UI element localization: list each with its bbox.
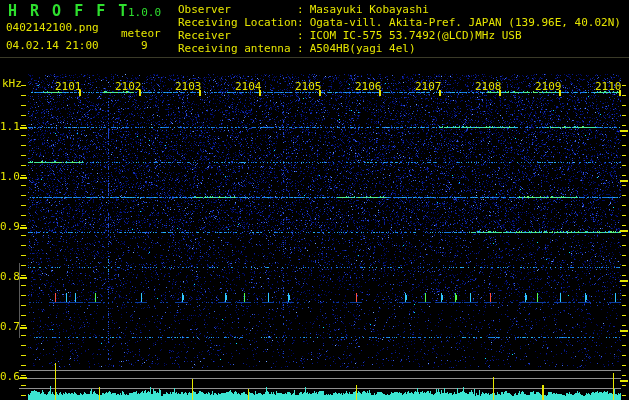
station-info-row: Receiving antenna:A504HB(yagi 4el): [178, 42, 621, 55]
station-info-row: Receiving Location:Ogata-vill. Akita-Pre…: [178, 16, 621, 29]
info-separator: :: [297, 42, 304, 55]
time-tick-label: 2110: [595, 81, 622, 92]
info-label: Receiving antenna: [178, 42, 297, 55]
time-tick-label: 2102: [115, 81, 142, 92]
time-tick-label: 2105: [295, 81, 322, 92]
app-version: 1.0.0: [128, 7, 161, 18]
info-label: Observer: [178, 3, 297, 16]
hrofft-screen: H R O F F T 1.0.0 0402142100.png meteor …: [0, 0, 629, 400]
info-separator: :: [297, 16, 304, 29]
freq-tick-label: 0.9: [0, 221, 19, 232]
station-info-row: Observer:Masayuki Kobayashi: [178, 3, 621, 16]
datetime-label: 04.02.14 21:00: [6, 40, 99, 51]
info-label: Receiver: [178, 29, 297, 42]
info-value: A504HB(yagi 4el): [310, 42, 416, 55]
freq-axis-unit: kHz: [2, 78, 22, 89]
info-value: ICOM IC-575 53.7492(@LCD)MHz USB: [310, 29, 522, 42]
time-tick-label: 2109: [535, 81, 562, 92]
info-value: Masayuki Kobayashi: [310, 3, 429, 16]
time-tick-label: 2106: [355, 81, 382, 92]
time-tick-label: 2107: [415, 81, 442, 92]
filename-label: 0402142100.png: [6, 22, 99, 33]
freq-tick-label: 0.7: [0, 321, 19, 332]
time-tick-label: 2108: [475, 81, 502, 92]
info-separator: :: [297, 3, 304, 16]
freq-tick-label: 0.8: [0, 271, 19, 282]
info-separator: :: [297, 29, 304, 42]
freq-tick-label: 1.0: [0, 171, 19, 182]
freq-tick-label: 0.6: [0, 371, 19, 382]
time-tick-label: 2103: [175, 81, 202, 92]
station-info: Observer:Masayuki KobayashiReceiving Loc…: [178, 3, 621, 55]
mode-label: meteor: [121, 28, 161, 39]
time-tick-label: 2101: [55, 81, 82, 92]
freq-tick-label: 1.1: [0, 121, 19, 132]
station-info-row: Receiver:ICOM IC-575 53.7492(@LCD)MHz US…: [178, 29, 621, 42]
spectrogram-canvas: [0, 0, 629, 400]
info-value: Ogata-vill. Akita-Pref. JAPAN (139.96E, …: [310, 16, 621, 29]
echo-count: 9: [141, 40, 148, 51]
info-label: Receiving Location: [178, 16, 297, 29]
app-title: H R O F F T: [8, 4, 129, 19]
time-tick-label: 2104: [235, 81, 262, 92]
